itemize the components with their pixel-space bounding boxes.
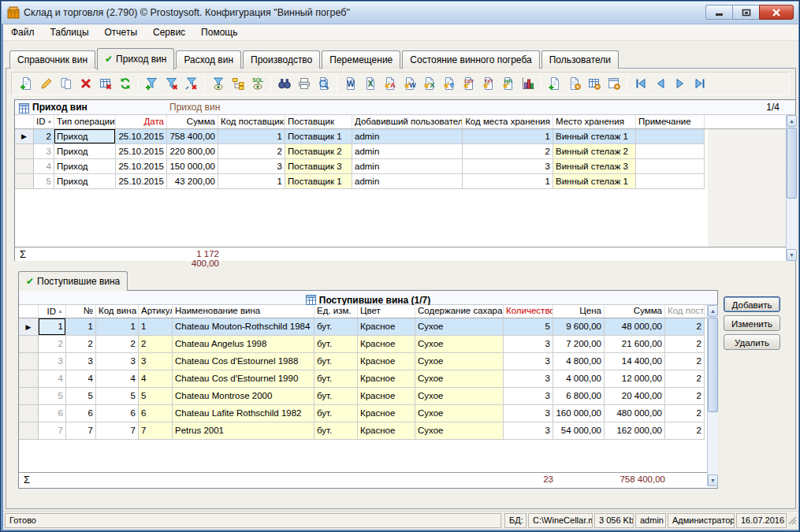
grid-cell[interactable]: 6	[66, 405, 96, 422]
grid-cell[interactable]: 4	[34, 159, 54, 174]
grid-cell[interactable]: 150 000,00	[167, 159, 218, 174]
chart-icon[interactable]	[518, 74, 538, 93]
filter-view-icon[interactable]	[208, 74, 228, 93]
grid-cell[interactable]: 3	[463, 159, 553, 174]
nav-first-icon[interactable]	[631, 74, 650, 93]
grid-cell[interactable]: 5	[39, 388, 66, 405]
grid-cell[interactable]: Красное	[358, 353, 415, 370]
column-header-3[interactable]: Код вина	[96, 305, 139, 318]
scroll-up-icon[interactable]: ▲	[708, 305, 718, 317]
grid-cell[interactable]: 3	[66, 353, 96, 370]
main-tab-1[interactable]: Справочник вин	[9, 50, 95, 69]
filter-remove-all-icon[interactable]	[181, 74, 201, 93]
grid-cell[interactable]	[636, 129, 705, 144]
grid-cell[interactable]: Сухое	[415, 370, 504, 388]
column-header-10[interactable]: Примечание	[636, 115, 705, 128]
table-row[interactable]: ▶2Приход25.10.2015758 400,001Поставщик 1…	[15, 129, 705, 144]
export-pdf-icon[interactable]: A	[380, 74, 400, 93]
grid-cell[interactable]: 1	[139, 318, 173, 336]
grid-cell[interactable]: Chateau Angelus 1998	[173, 336, 314, 353]
column-header-7[interactable]: Цвет	[358, 305, 415, 318]
grid-cell[interactable]: Красное	[358, 388, 415, 405]
grid-cell[interactable]: 7	[96, 422, 139, 440]
column-header-4[interactable]: Сумма	[167, 115, 218, 128]
scroll-thumb[interactable]	[787, 128, 797, 199]
grid-cell[interactable]: 2	[39, 336, 66, 353]
grid-cell[interactable]: 9 600,00	[553, 318, 605, 336]
grid-cell[interactable]: Винный стелаж 1	[553, 129, 636, 144]
grid-cell[interactable]: 4	[39, 370, 66, 388]
menu-item-1[interactable]: Файл	[3, 24, 43, 41]
grid-cell[interactable]: 2	[665, 405, 705, 422]
grid-cell[interactable]: Приход	[54, 159, 116, 174]
search-icon[interactable]	[274, 74, 294, 93]
grid-cell[interactable]: 3	[504, 405, 553, 422]
grid-cell[interactable]: 4 800,00	[553, 353, 605, 370]
table-row[interactable]: ▶1111Chateau Mouton-Rothschild 1984бут.К…	[19, 318, 705, 336]
clear-table-icon[interactable]	[95, 74, 115, 93]
grid-cell[interactable]	[636, 174, 705, 189]
column-header-3[interactable]: Дата	[116, 115, 167, 128]
grid-cell[interactable]: Chateau Lafite Rothschild 1982	[173, 405, 314, 422]
grid-cell[interactable]: Красное	[358, 318, 415, 336]
main-tab-2[interactable]: ✔Приход вин	[97, 48, 174, 70]
export-word-icon[interactable]: W	[400, 74, 419, 93]
refresh-icon[interactable]	[115, 74, 135, 93]
main-tab-7[interactable]: Пользователи	[541, 50, 619, 69]
grid-cell[interactable]: бут.	[314, 353, 358, 370]
grid-cell[interactable]: Красное	[358, 405, 415, 422]
sql-view-icon[interactable]: SQL	[247, 74, 267, 93]
grid-cell[interactable]: 6	[39, 405, 66, 422]
table-row[interactable]: 7777Petrus 2001бут.КрасноеСухое354 000,0…	[19, 422, 705, 440]
grid-cell[interactable]: 758 400,00	[167, 129, 218, 144]
grid-cell[interactable]: 1	[463, 174, 553, 189]
grid-cell[interactable]: 3	[139, 353, 173, 370]
grid-cell[interactable]: бут.	[314, 336, 358, 353]
grid-cell[interactable]: бут.	[314, 405, 358, 422]
column-header-8[interactable]: Содержание сахара	[415, 305, 504, 318]
grid-cell[interactable]: 5	[504, 318, 553, 336]
grid-cell[interactable]: 6 800,00	[553, 388, 605, 405]
open-excel-icon[interactable]: X	[360, 74, 380, 93]
grid-cell[interactable]: Сухое	[415, 318, 504, 336]
incoming-grid-vscrollbar[interactable]: ▲ ▼	[786, 115, 797, 261]
grid-cell[interactable]: admin	[352, 144, 463, 159]
grid-cell[interactable]: 2	[139, 336, 173, 353]
table-row[interactable]: 3Приход25.10.2015220 800,002Поставщик 2a…	[15, 144, 705, 159]
main-tab-4[interactable]: Производство	[243, 50, 320, 69]
column-header-12[interactable]: Код посту...	[665, 305, 705, 318]
grid-cell[interactable]: 12 000,00	[605, 370, 665, 388]
grid-cell[interactable]: Винный стелаж 2	[553, 144, 636, 159]
grid-cell[interactable]: Красное	[358, 336, 415, 353]
grid-cell[interactable]: 6	[139, 405, 173, 422]
copy-record-icon[interactable]	[56, 74, 76, 93]
grid-cell[interactable]: 1	[218, 174, 285, 189]
table-row[interactable]: 4444Chateau Cos d'Estournel 1990бут.Крас…	[19, 370, 705, 388]
grid-cell[interactable]: бут.	[314, 422, 358, 440]
grid-cell[interactable]: 7 200,00	[553, 336, 605, 353]
column-header-10[interactable]: Цена	[553, 305, 605, 318]
filter-add-icon[interactable]	[142, 74, 162, 93]
close-button[interactable]	[759, 5, 794, 20]
grid-cell[interactable]: 2	[34, 129, 54, 144]
grid-cell[interactable]: 2	[665, 388, 705, 405]
menu-item-4[interactable]: Сервис	[145, 24, 193, 41]
grid-cell[interactable]: Поставщик 1	[285, 174, 352, 189]
grid-cell[interactable]: Chateau Montrose 2000	[173, 388, 314, 405]
table-row[interactable]: 3333Chateau Cos d'Estournel 1988бут.Крас…	[19, 353, 705, 370]
grid-cell[interactable]: 7	[39, 422, 66, 440]
grid-cell[interactable]: 5	[139, 388, 173, 405]
grid-cell[interactable]: 3	[504, 422, 553, 440]
grid-cell[interactable]: 3	[504, 388, 553, 405]
grid-cell[interactable]: 7	[139, 422, 173, 440]
export-html-icon[interactable]: e	[439, 74, 459, 93]
title-bar[interactable]: Склад и торговля (2.790) © Prostoysoft. …	[2, 2, 798, 24]
grid-cell[interactable]: Сухое	[415, 422, 504, 440]
edit-button[interactable]: Изменить	[724, 315, 780, 331]
grid-cell[interactable]: Chateau Cos d'Estournel 1990	[173, 370, 314, 388]
grid-cell[interactable]: бут.	[314, 388, 358, 405]
grid-cell[interactable]: Сухое	[415, 388, 504, 405]
main-tab-5[interactable]: Перемещение	[322, 50, 400, 69]
column-header-7[interactable]: Добавивший пользователь	[352, 115, 463, 128]
add-child-record-icon[interactable]	[545, 74, 564, 93]
